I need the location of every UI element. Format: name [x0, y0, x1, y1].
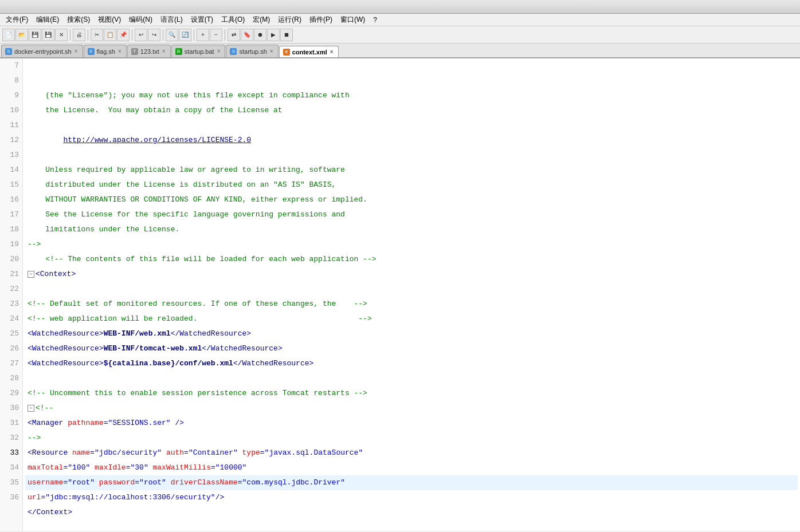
- code-line-22: <!-- web application will be reloaded. -…: [25, 312, 798, 326]
- zoom-out-btn[interactable]: −: [210, 29, 222, 41]
- tab-context[interactable]: Xcontext.xml×: [279, 46, 339, 58]
- tab-label-123: 123.txt: [140, 48, 159, 55]
- code-line-33: username="root" password="root" driverCl…: [25, 475, 798, 490]
- editor[interactable]: 7891011121314151617181920212223242526272…: [0, 58, 800, 531]
- menu-item-m[interactable]: 宏(M): [249, 14, 273, 25]
- tab-close-flag[interactable]: ×: [118, 48, 121, 54]
- tab-close-123[interactable]: ×: [162, 48, 166, 54]
- menu-bar: 文件(F)编辑(E)搜索(S)视图(V)编码(N)语言(L)设置(T)工具(O)…: [0, 14, 800, 26]
- menu-item-p[interactable]: 插件(P): [306, 14, 336, 25]
- tab-icon-docker-entrypoint: S: [5, 48, 12, 55]
- collapse-28[interactable]: −: [28, 405, 34, 412]
- copy-btn[interactable]: 📋: [104, 29, 116, 41]
- line-num-13: 13: [2, 148, 19, 163]
- line-num-28: 28: [2, 371, 19, 386]
- line-numbers: 7891011121314151617181920212223242526272…: [0, 58, 23, 531]
- sep1: [70, 29, 70, 41]
- sep2: [88, 29, 88, 41]
- new-btn[interactable]: 📄: [2, 29, 15, 41]
- close-btn[interactable]: ✕: [55, 29, 68, 41]
- code-line-30: -->: [25, 431, 798, 446]
- menu-item-[interactable]: ?: [370, 15, 381, 25]
- find-btn[interactable]: 🔍: [166, 29, 178, 41]
- undo-btn[interactable]: ↩: [135, 29, 147, 41]
- menu-item-r[interactable]: 运行(R): [274, 14, 305, 25]
- tab-close-context[interactable]: ×: [330, 49, 334, 55]
- code-line-18: <!-- The contents of this file will be l…: [25, 252, 798, 267]
- line-num-20: 20: [2, 252, 19, 267]
- tab-123[interactable]: T123.txt×: [127, 45, 171, 57]
- menu-item-n[interactable]: 编码(N): [126, 14, 156, 25]
- line-num-36: 36: [2, 490, 19, 505]
- sep4: [163, 29, 163, 41]
- sep3: [132, 29, 132, 41]
- save-all-btn[interactable]: 💾: [42, 29, 54, 41]
- tab-startup-sh[interactable]: Sstartup.sh×: [226, 45, 278, 57]
- tab-close-docker-entrypoint[interactable]: ×: [74, 48, 78, 54]
- menu-item-f[interactable]: 文件(F): [2, 14, 32, 25]
- code-line-20: [25, 282, 798, 297]
- tab-icon-startup-sh: S: [230, 48, 237, 55]
- line-num-17: 17: [2, 207, 19, 222]
- tab-label-startup-bat: startup.bat: [185, 48, 214, 55]
- menu-item-l[interactable]: 语言(L): [157, 14, 186, 25]
- line-num-12: 12: [2, 133, 19, 148]
- bookmark-btn[interactable]: 🔖: [241, 29, 253, 41]
- code-line-16: limitations under the License.: [25, 222, 798, 237]
- tab-icon-startup-bat: B: [175, 48, 182, 55]
- code-line-14: WITHOUT WARRANTIES OR CONDITIONS OF ANY …: [25, 192, 798, 207]
- code-line-29: <Manager pathname="SESSIONS.ser" />: [25, 416, 798, 431]
- line-num-33: 33: [2, 446, 19, 460]
- code-line-24: <WatchedResource>WEB-INF/tomcat-web.xml<…: [25, 341, 798, 356]
- cut-btn[interactable]: ✂: [91, 29, 103, 41]
- code-line-12: Unless required by applicable law or agr…: [25, 163, 798, 178]
- code-line-17: -->: [25, 237, 798, 252]
- code-line-19: −<Context>: [25, 267, 798, 282]
- line-num-11: 11: [2, 118, 19, 133]
- code-line-35: </Context>: [25, 505, 798, 520]
- sep6: [225, 29, 225, 41]
- paste-btn[interactable]: 📌: [117, 29, 130, 41]
- menu-item-o[interactable]: 工具(O): [218, 14, 248, 25]
- print-btn[interactable]: 🖨: [73, 29, 85, 41]
- replace-btn[interactable]: 🔄: [179, 29, 191, 41]
- zoom-in-btn[interactable]: +: [197, 29, 209, 41]
- menu-item-v[interactable]: 视图(V): [95, 14, 124, 25]
- line-num-7: 7: [2, 58, 19, 73]
- tab-docker-entrypoint[interactable]: Sdocker-entrypoint.sh×: [1, 45, 83, 57]
- code-line-11: [25, 148, 798, 163]
- code-line-23: <WatchedResource>WEB-INF/web.xml</Watche…: [25, 326, 798, 341]
- line-num-14: 14: [2, 163, 19, 178]
- save-btn[interactable]: 💾: [29, 29, 41, 41]
- menu-item-w[interactable]: 窗口(W): [337, 14, 368, 25]
- run-macro-btn[interactable]: ▶: [267, 29, 280, 41]
- tab-label-startup-sh: startup.sh: [239, 48, 266, 55]
- line-num-24: 24: [2, 312, 19, 326]
- collapse-19[interactable]: −: [28, 271, 34, 278]
- sync-btn[interactable]: ⇄: [228, 29, 240, 41]
- tab-close-startup-sh[interactable]: ×: [270, 48, 273, 54]
- menu-item-s[interactable]: 搜索(S): [64, 14, 93, 25]
- tab-icon-context: X: [283, 49, 290, 56]
- tab-close-startup-bat[interactable]: ×: [217, 48, 221, 54]
- line-num-21: 21: [2, 267, 19, 282]
- toolbar: 📄 📂 💾 💾 ✕ 🖨 ✂ 📋 📌 ↩ ↪ 🔍 🔄 + − ⇄ 🔖 ⏺ ▶ ⏹: [0, 26, 800, 44]
- code-content[interactable]: (the "License"); you may not use this fi…: [23, 58, 800, 531]
- line-num-26: 26: [2, 341, 19, 356]
- line-num-15: 15: [2, 178, 19, 192]
- stop-macro-btn[interactable]: ⏹: [280, 29, 293, 41]
- tab-icon-flag: S: [88, 48, 95, 55]
- tab-icon-123: T: [131, 48, 138, 55]
- code-line-15: See the License for the specific languag…: [25, 207, 798, 222]
- tab-startup-bat[interactable]: Bstartup.bat×: [171, 45, 226, 57]
- line-num-32: 32: [2, 431, 19, 446]
- title-bar: [0, 0, 800, 14]
- redo-btn[interactable]: ↪: [148, 29, 160, 41]
- tab-flag[interactable]: Sflag.sh×: [84, 45, 127, 57]
- tab-label-flag: flag.sh: [97, 48, 115, 55]
- open-btn[interactable]: 📂: [15, 29, 28, 41]
- menu-item-e[interactable]: 编辑(E): [33, 14, 62, 25]
- macro-btn[interactable]: ⏺: [254, 29, 266, 41]
- menu-item-t[interactable]: 设置(T): [187, 14, 217, 25]
- line-num-31: 31: [2, 416, 19, 431]
